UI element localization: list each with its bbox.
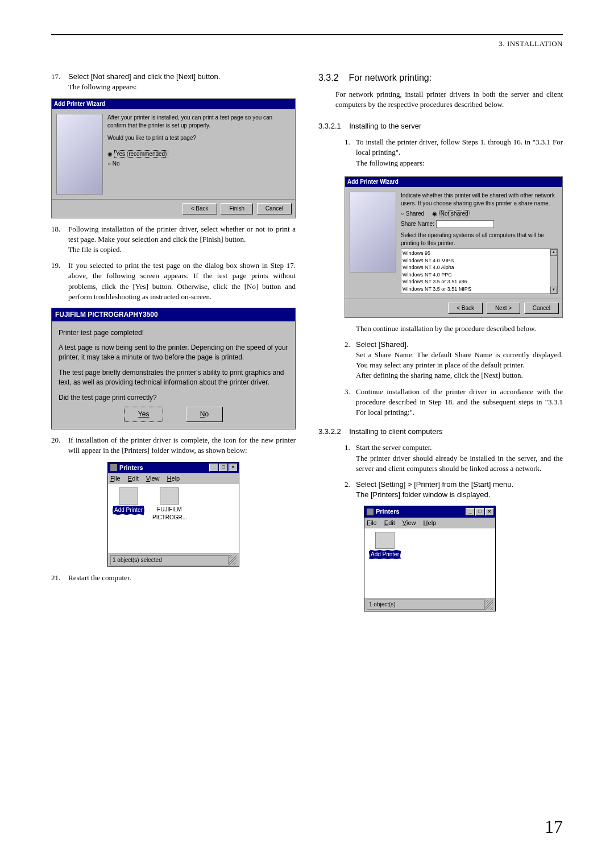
dialog-title: Add Printer Wizard	[345, 177, 562, 187]
step-followup: The file is copied.	[68, 245, 122, 254]
radio-selected-icon[interactable]: ◉	[107, 150, 113, 158]
finish-button[interactable]: Finish	[221, 203, 253, 214]
printers-window: Printers _ □ × File Edit View Help	[364, 506, 496, 611]
share-name-input[interactable]	[436, 220, 494, 228]
test-page-text: The test page briefly demonstrates the p…	[59, 368, 288, 387]
minimize-button[interactable]: _	[466, 508, 475, 516]
next-button[interactable]: Next >	[487, 303, 520, 314]
subsection-title: Installing to the server	[349, 122, 421, 130]
step-text: To install the printer driver, follow St…	[356, 138, 563, 156]
wizard-text: Select the operating systems of all comp…	[401, 232, 558, 247]
page-number: 17	[545, 814, 563, 840]
statusbar-text: 1 object(s) selected	[110, 555, 229, 565]
continue-text: Then continue installation by the proced…	[356, 324, 563, 334]
printer-icon[interactable]	[160, 487, 179, 505]
step-number: 2.	[345, 340, 356, 381]
section-title: For network printing:	[349, 73, 432, 82]
dialog-title: FUJIFILM PICTROGRAPHY3500	[52, 308, 295, 321]
wizard-image	[350, 192, 396, 272]
no-button[interactable]: No	[186, 407, 223, 422]
yes-button[interactable]: Yes	[124, 407, 164, 422]
close-button[interactable]: ×	[485, 508, 494, 516]
radio-no-label[interactable]: No	[113, 160, 120, 167]
radio-icon[interactable]: ○	[401, 210, 404, 217]
radio-icon[interactable]: ○	[107, 160, 111, 168]
os-listbox[interactable]: Windows 95 Windows NT 4.0 MIPS Windows N…	[401, 249, 558, 294]
window-icon	[110, 464, 117, 471]
printer-icon[interactable]	[375, 532, 395, 549]
add-printer-wizard-dialog: Add Printer Wizard After your printer is…	[51, 98, 296, 218]
menubar[interactable]: File Edit View Help	[364, 518, 495, 528]
menu-edit[interactable]: Edit	[128, 475, 139, 482]
step-number: 1.	[345, 443, 356, 474]
test-page-completed-text: Printer test page completed!	[59, 328, 288, 338]
menu-view[interactable]: View	[146, 475, 160, 482]
step-number: 19.	[51, 261, 68, 302]
step-number: 18.	[51, 224, 68, 255]
printer-icon[interactable]	[119, 487, 138, 505]
add-printer-label[interactable]: Add Printer	[113, 506, 144, 515]
list-item[interactable]: Windows NT 3.5 or 3.51 MIPS	[403, 286, 549, 293]
maximize-button[interactable]: □	[475, 508, 484, 516]
step-text: Select [Not shared] and click the [Next]…	[68, 72, 220, 81]
list-item[interactable]: Windows NT 4.0 MIPS	[403, 257, 549, 264]
section-intro: For network printing, install printer dr…	[335, 89, 563, 110]
step-text: If you selected to print the test page o…	[68, 261, 296, 302]
step-text: Set a Share Name. The default Share Name…	[356, 350, 563, 369]
step-text: The [Printers] folder window is displaye…	[356, 490, 490, 499]
list-item[interactable]: Windows NT 3.5 or 3.51 x86	[403, 278, 549, 286]
step-number: 1.	[345, 137, 356, 168]
step-number: 17.	[51, 72, 68, 92]
cancel-button[interactable]: Cancel	[524, 303, 559, 314]
printer-label[interactable]: FUJIFILM PICTROGR...	[152, 506, 186, 522]
step-text: If installation of the printer driver is…	[68, 435, 296, 456]
test-page-text: A test page is now being sent to the pri…	[59, 343, 288, 362]
radio-not-shared-label[interactable]: Not shared	[439, 210, 470, 217]
step-text: Continue installation of the printer dri…	[356, 387, 563, 418]
menubar[interactable]: File Edit View Help	[108, 473, 239, 484]
step-text: Select [Shared].	[356, 340, 409, 349]
subsection-title: Installing to client computers	[349, 427, 442, 436]
step-text: Select [Setting] > [Printer] from the [S…	[356, 480, 513, 489]
resize-grip-icon[interactable]	[485, 600, 493, 610]
cancel-button[interactable]: Cancel	[257, 203, 292, 214]
step-text: After defining the sharing name, click t…	[356, 371, 523, 379]
list-item[interactable]: Windows 95	[403, 250, 549, 257]
resize-grip-icon[interactable]	[229, 555, 237, 565]
add-printer-wizard-dialog: Add Printer Wizard Indicate whether this…	[345, 176, 563, 318]
step-text: Start the server computer.	[356, 443, 432, 452]
step-text: Restart the computer.	[68, 573, 296, 583]
scroll-up-button[interactable]: ▴	[550, 249, 557, 256]
menu-edit[interactable]: Edit	[384, 519, 395, 526]
back-button[interactable]: < Back	[448, 303, 483, 314]
radio-shared-label[interactable]: Shared	[406, 210, 424, 217]
list-item[interactable]: Windows NT 4.0 Alpha	[403, 264, 549, 271]
close-button[interactable]: ×	[229, 464, 238, 472]
list-item[interactable]: Windows NT 4.0 PPC	[403, 271, 549, 279]
back-button[interactable]: < Back	[182, 203, 217, 214]
page-header: 3. INSTALLATION	[51, 39, 563, 49]
window-title: Printers	[376, 507, 400, 516]
scroll-down-button[interactable]: ▾	[550, 287, 557, 294]
maximize-button[interactable]: □	[219, 464, 228, 472]
step-number: 2.	[345, 480, 356, 500]
menu-help[interactable]: Help	[167, 475, 180, 482]
wizard-text: Indicate whether this printer will be sh…	[401, 192, 558, 208]
printers-window: Printers _ □ × File Edit View Help	[107, 462, 239, 568]
subsection-number: 3.3.2.2	[318, 427, 341, 436]
menu-help[interactable]: Help	[424, 519, 437, 526]
radio-yes-label[interactable]: Yes (recommended)	[114, 150, 169, 158]
subsection-number: 3.3.2.1	[318, 122, 341, 130]
step-text: Following installation of the printer dr…	[68, 225, 296, 243]
menu-file[interactable]: File	[367, 519, 377, 526]
add-printer-label[interactable]: Add Printer	[369, 550, 401, 559]
minimize-button[interactable]: _	[209, 464, 218, 472]
menu-file[interactable]: File	[110, 475, 121, 482]
menu-view[interactable]: View	[403, 519, 416, 526]
dialog-title: Add Printer Wizard	[52, 99, 295, 109]
step-number: 21.	[51, 573, 68, 583]
radio-selected-icon[interactable]: ◉	[432, 210, 437, 217]
window-title: Printers	[119, 464, 143, 472]
wizard-text: After your printer is installed, you can…	[107, 114, 291, 130]
step-followup: The following appears:	[356, 159, 425, 167]
